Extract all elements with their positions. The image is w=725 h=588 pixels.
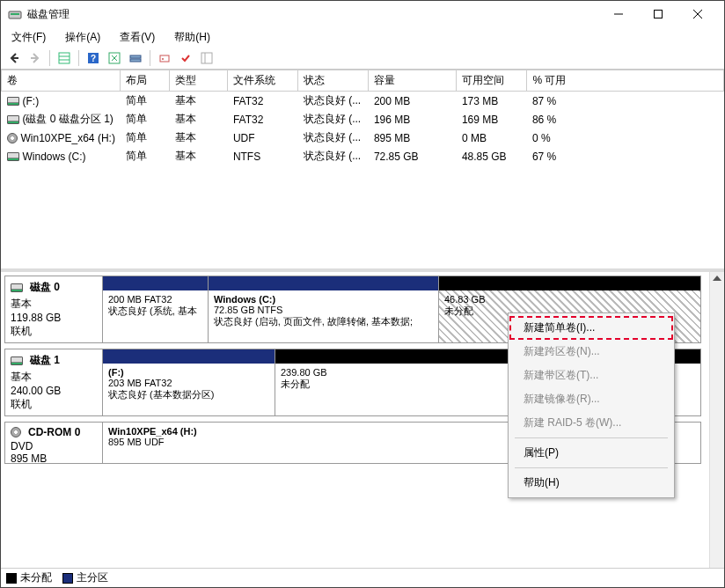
svg-rect-18 <box>201 53 212 63</box>
table-row[interactable]: (磁盘 0 磁盘分区 1)简单基本FAT32状态良好 (...196 MB169… <box>2 110 724 129</box>
maximize-button[interactable] <box>638 2 677 26</box>
refresh-icon[interactable] <box>105 48 124 68</box>
svg-rect-14 <box>130 55 141 58</box>
window-title: 磁盘管理 <box>27 7 598 22</box>
back-button[interactable] <box>4 48 24 68</box>
menu-help[interactable]: 帮助(H) <box>169 28 216 47</box>
partition[interactable]: (F:)203 MB FAT32状态良好 (基本数据分区) <box>103 364 275 415</box>
table-row[interactable]: Windows (C:)简单基本NTFS状态良好 (...72.85 GB48.… <box>2 147 724 165</box>
menu-new-mirrored-volume: 新建镜像卷(R)... <box>509 387 673 411</box>
volume-table: 卷 布局 类型 文件系统 状态 容量 可用空间 % 可用 (F:)简单基本FAT… <box>1 70 724 165</box>
view-list-icon[interactable] <box>55 48 74 68</box>
svg-text:?: ? <box>91 54 96 63</box>
volume-list-pane: 卷 布局 类型 文件系统 状态 容量 可用空间 % 可用 (F:)简单基本FAT… <box>1 70 724 272</box>
col-status[interactable]: 状态 <box>298 70 369 92</box>
scrollbar[interactable] <box>709 272 724 568</box>
col-volume[interactable]: 卷 <box>2 70 121 92</box>
action-icon[interactable] <box>155 48 174 68</box>
minimize-button[interactable] <box>598 2 638 26</box>
col-capacity[interactable]: 容量 <box>369 70 457 92</box>
col-free[interactable]: 可用空间 <box>457 70 527 92</box>
svg-point-17 <box>162 58 164 60</box>
settings-icon[interactable] <box>197 48 216 68</box>
svg-rect-15 <box>130 59 141 62</box>
disk-label[interactable]: 磁盘 0 基本 119.88 GB 联机 <box>4 276 103 343</box>
col-fs[interactable]: 文件系统 <box>228 70 298 92</box>
svg-rect-16 <box>160 55 169 62</box>
menu-file[interactable]: 文件(F) <box>6 28 51 47</box>
app-icon <box>8 7 22 21</box>
forward-button[interactable] <box>26 48 45 68</box>
disk-graph-pane: 磁盘 0 基本 119.88 GB 联机 200 MB FAT32状态良好 (系… <box>1 272 724 568</box>
partition[interactable]: 200 MB FAT32状态良好 (系统, 基本 <box>103 290 209 342</box>
table-row[interactable]: Win10XPE_x64 (H:)简单基本UDF状态良好 (...895 MB0… <box>2 129 724 147</box>
disk-list-icon[interactable] <box>126 48 145 68</box>
context-menu: 新建简单卷(I)... 新建跨区卷(N)... 新建带区卷(T)... 新建镜像… <box>508 312 675 498</box>
svg-rect-3 <box>654 11 662 18</box>
check-icon[interactable] <box>176 48 195 68</box>
disk-label[interactable]: 磁盘 1 基本 240.00 GB 联机 <box>4 349 103 416</box>
table-row[interactable]: (F:)简单基本FAT32状态良好 (...200 MB173 MB87 % <box>2 92 724 111</box>
menu-bar: 文件(F) 操作(A) 查看(V) 帮助(H) <box>1 27 724 47</box>
svg-rect-1 <box>11 13 19 15</box>
menu-new-striped-volume: 新建带区卷(T)... <box>509 364 673 387</box>
menu-help[interactable]: 帮助(H) <box>509 471 673 495</box>
app-window: 磁盘管理 文件(F) 操作(A) 查看(V) 帮助(H) ? 卷 <box>0 0 725 588</box>
col-pct[interactable]: % 可用 <box>527 70 724 92</box>
menu-new-raid5-volume: 新建 RAID-5 卷(W)... <box>509 411 673 435</box>
menu-properties[interactable]: 属性(P) <box>509 441 673 465</box>
close-button[interactable] <box>677 2 717 26</box>
toolbar: ? <box>1 47 724 70</box>
partition[interactable]: Windows (C:)72.85 GB NTFS状态良好 (启动, 页面文件,… <box>209 290 439 342</box>
menu-action[interactable]: 操作(A) <box>60 28 106 47</box>
legend: 未分配 主分区 <box>1 568 724 587</box>
menu-new-spanned-volume: 新建跨区卷(N)... <box>509 340 673 364</box>
col-layout[interactable]: 布局 <box>121 70 170 92</box>
disk-label[interactable]: CD-ROM 0 DVD 895 MB <box>4 422 103 464</box>
col-type[interactable]: 类型 <box>170 70 228 92</box>
menu-view[interactable]: 查看(V) <box>114 28 160 47</box>
title-bar: 磁盘管理 <box>1 1 724 27</box>
help-icon[interactable]: ? <box>84 48 103 68</box>
svg-rect-8 <box>59 53 70 63</box>
menu-new-simple-volume[interactable]: 新建简单卷(I)... <box>509 316 673 340</box>
content-area: 卷 布局 类型 文件系统 状态 容量 可用空间 % 可用 (F:)简单基本FAT… <box>1 70 724 587</box>
